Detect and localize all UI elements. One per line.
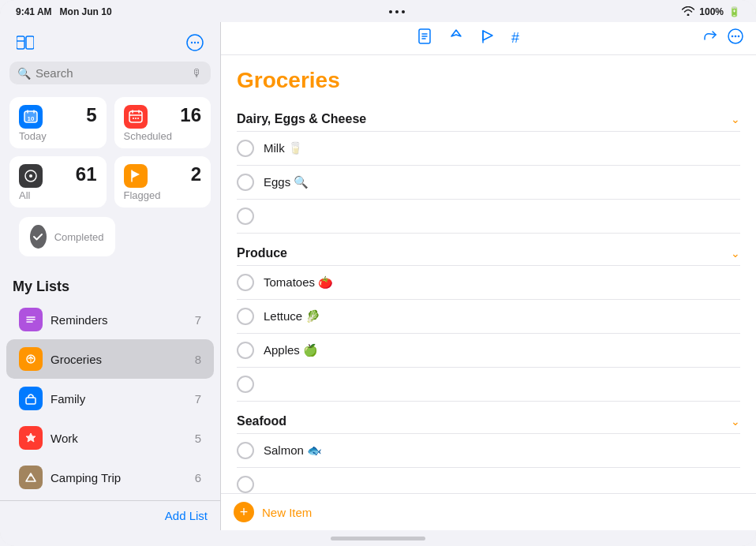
list-item-groceries[interactable]: Groceries 8 (6, 339, 214, 379)
produce-add-row (237, 368, 740, 402)
svg-point-18 (137, 118, 139, 119)
reminder-apples: Apples 🍏 (237, 334, 740, 368)
camping-count: 6 (195, 471, 201, 484)
list-item-reminders[interactable]: Reminders 7 (6, 300, 214, 339)
section-chevron-dairy[interactable]: ⌄ (731, 113, 740, 125)
new-item-plus-button[interactable]: + (234, 502, 254, 522)
smart-list-today[interactable]: 10 5 Today (9, 97, 107, 148)
reminder-eggs: Eggs 🔍 (237, 166, 740, 200)
svg-marker-28 (26, 433, 36, 442)
lettuce-checkbox[interactable] (237, 308, 254, 325)
scheduled-label: Scheduled (124, 130, 202, 142)
completed-button[interactable]: Completed (19, 217, 115, 256)
completed-label: Completed (54, 231, 104, 243)
section-title-dairy: Dairy, Eggs & Cheese (237, 112, 366, 126)
new-item-bar: + New Item (221, 493, 756, 530)
toolbar-right (702, 28, 743, 48)
produce-add-circle[interactable] (237, 376, 254, 393)
smart-list-all[interactable]: 61 All (9, 156, 107, 208)
section-header-dairy: Dairy, Eggs & Cheese ⌄ (237, 106, 740, 132)
groceries-count: 8 (195, 353, 201, 366)
battery-icon: 🔋 (728, 6, 740, 17)
status-right: 100% 🔋 (682, 6, 740, 18)
sidebar-footer: Add List (0, 500, 220, 530)
salmon-checkbox[interactable] (237, 442, 254, 459)
detail-toolbar: # (221, 22, 756, 55)
main-content: 🔍 🎙 10 (0, 22, 756, 530)
list-item-camping[interactable]: Camping Trip 6 (6, 458, 214, 497)
toolbar-more-icon[interactable] (728, 28, 743, 48)
toolbar-share-icon[interactable] (702, 28, 718, 48)
groceries-icon (19, 347, 43, 371)
reminder-salmon: Salmon 🐟 (237, 434, 740, 468)
my-lists-title: My Lists (13, 279, 69, 294)
svg-point-6 (197, 42, 199, 43)
all-icon (19, 164, 43, 188)
toolbar-flag-icon[interactable] (480, 28, 496, 48)
scheduled-count: 16 (180, 105, 201, 125)
status-date: Mon Jun 10 (60, 6, 112, 17)
all-label: All (19, 189, 97, 201)
sidebar: 🔍 🎙 10 (0, 22, 221, 530)
mic-icon[interactable]: 🎙 (192, 67, 203, 80)
seafood-add-row (237, 468, 740, 493)
tomatoes-checkbox[interactable] (237, 274, 254, 291)
status-center (389, 10, 405, 13)
status-time: 9:41 AM (16, 6, 52, 17)
work-count: 5 (195, 432, 201, 445)
dairy-add-circle[interactable] (237, 208, 254, 225)
apples-checkbox[interactable] (237, 342, 254, 359)
sidebar-toggle-button[interactable] (13, 30, 38, 55)
section-dairy: Dairy, Eggs & Cheese ⌄ Milk 🥛 Eggs 🔍 (237, 106, 740, 234)
wifi-icon (682, 6, 694, 18)
dot1 (389, 10, 392, 13)
new-item-label[interactable]: New Item (262, 506, 312, 519)
status-bar: 9:41 AM Mon Jun 10 100% 🔋 (0, 0, 756, 22)
section-header-seafood: Seafood ⌄ (237, 408, 740, 434)
smart-list-flagged[interactable]: 2 Flagged (114, 156, 211, 208)
reminder-milk: Milk 🥛 (237, 132, 740, 166)
toolbar-hash-icon[interactable]: # (511, 30, 519, 47)
search-icon: 🔍 (17, 67, 31, 80)
today-count: 5 (86, 105, 96, 125)
lettuce-text: Lettuce 🥬 (264, 309, 320, 323)
seafood-add-circle[interactable] (237, 476, 254, 493)
toolbar-location-icon[interactable] (448, 28, 464, 48)
smart-list-scheduled[interactable]: 16 Scheduled (114, 97, 211, 148)
family-count: 7 (195, 392, 201, 406)
svg-point-20 (29, 174, 32, 178)
svg-point-16 (133, 118, 134, 119)
list-item-family[interactable]: Family 7 (6, 379, 214, 418)
sidebar-more-button[interactable] (182, 30, 208, 55)
svg-point-4 (191, 42, 193, 43)
today-label: Today (19, 130, 97, 142)
battery-text: 100% (699, 6, 724, 17)
search-input[interactable] (36, 66, 187, 80)
family-name: Family (51, 392, 187, 406)
toolbar-center: # (417, 28, 519, 48)
section-title-seafood: Seafood (237, 414, 286, 428)
milk-checkbox[interactable] (237, 140, 254, 157)
scheduled-icon (124, 105, 148, 129)
list-items: Reminders 7 Groceries 8 (0, 300, 220, 500)
groceries-name: Groceries (51, 353, 187, 366)
eggs-checkbox[interactable] (237, 174, 254, 191)
camping-icon (19, 466, 43, 489)
salmon-text: Salmon 🐟 (264, 443, 322, 458)
eggs-text: Eggs 🔍 (264, 175, 309, 189)
camping-name: Camping Trip (51, 471, 187, 484)
section-chevron-produce[interactable]: ⌄ (731, 247, 740, 260)
reminder-lettuce: Lettuce 🥬 (237, 300, 740, 334)
flagged-count: 2 (191, 164, 201, 185)
search-bar[interactable]: 🔍 🎙 (9, 62, 211, 84)
detail-content: Groceries Dairy, Eggs & Cheese ⌄ Milk 🥛 … (221, 55, 756, 493)
list-item-work[interactable]: Work 5 (6, 418, 214, 458)
toolbar-document-icon[interactable] (417, 28, 432, 48)
reminders-count: 7 (195, 313, 201, 327)
svg-point-5 (194, 42, 196, 43)
all-count: 61 (76, 164, 97, 185)
reminder-tomatoes: Tomatoes 🍅 (237, 266, 740, 300)
section-chevron-seafood[interactable]: ⌄ (731, 415, 740, 428)
add-list-button[interactable]: Add List (13, 509, 208, 522)
svg-text:10: 10 (28, 115, 35, 122)
